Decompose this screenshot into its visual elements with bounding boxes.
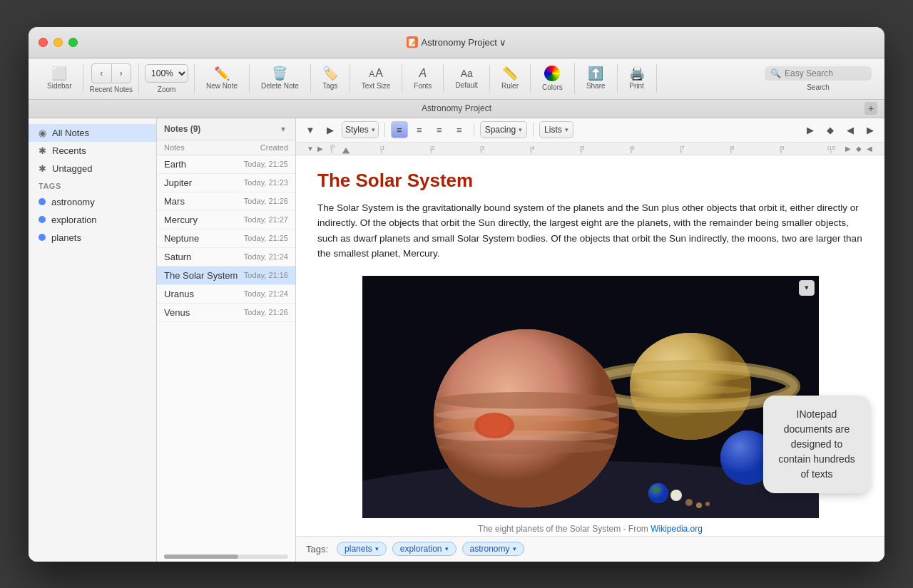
svg-point-41 — [435, 392, 618, 409]
new-note-icon: ✏️ — [214, 67, 230, 80]
sidebar-icon: ⬜ — [51, 67, 67, 80]
titlebar: 📝 Astronomy Project ∨ — [29, 27, 884, 58]
note-item-name: Earth — [164, 159, 244, 170]
notes-scrollbar — [164, 555, 288, 559]
main-area: ◉ All Notes ✱ Recents ✱ Untagged Tags as… — [29, 118, 884, 562]
align-justify-btn[interactable]: ≡ — [451, 121, 468, 138]
print-icon: 🖨️ — [629, 67, 645, 80]
sidebar-item-recents[interactable]: ✱ Recents — [29, 142, 156, 160]
print-button[interactable]: 🖨️ Print — [623, 64, 651, 93]
planets-image — [362, 276, 819, 518]
note-item-name: Jupiter — [164, 177, 244, 188]
colors-button[interactable]: Colors — [536, 63, 568, 94]
note-item[interactable]: The Solar System Today, 21:16 — [157, 267, 295, 285]
share-icon: ⬆️ — [588, 67, 603, 80]
tag-chip-astronomy[interactable]: astronomy ▾ — [462, 542, 524, 556]
note-item-name: Venus — [164, 307, 244, 318]
wikipedia-link[interactable]: Wikipedia.org — [651, 524, 703, 534]
tags-icon: 🏷️ — [322, 67, 338, 80]
align-right-btn[interactable]: ≡ — [431, 121, 448, 138]
note-item[interactable]: Jupiter Today, 21:23 — [157, 174, 295, 192]
tag-chip-exploration-arrow: ▾ — [445, 545, 449, 552]
toolbar-sidebar-group: ⬜ Sidebar — [36, 64, 83, 93]
note-item[interactable]: Venus Today, 21:26 — [157, 304, 295, 322]
styles-select[interactable]: Styles ▾ — [342, 121, 379, 138]
tag-chip-planets[interactable]: planets ▾ — [337, 542, 387, 556]
align-left-btn[interactable]: ≡ — [391, 121, 408, 138]
lists-select[interactable]: Lists ▾ — [539, 121, 573, 138]
note-item[interactable]: Mercury Today, 21:27 — [157, 211, 295, 229]
svg-text:|9: |9 — [780, 145, 785, 151]
editor-body[interactable]: The Solar System is the gravitationally … — [317, 200, 863, 262]
diamond-btn[interactable]: ◆ — [822, 121, 839, 138]
svg-text:|1: |1 — [380, 145, 385, 151]
toolbar-fonts-group: A Fonts — [402, 64, 444, 93]
toolbar-newnote-group: ✏️ New Note — [195, 64, 250, 93]
sidebar-item-untagged[interactable]: ✱ Untagged — [29, 160, 156, 177]
sidebar-item-all-notes[interactable]: ◉ All Notes — [29, 124, 156, 142]
close-button[interactable] — [39, 38, 48, 47]
planets-dot — [39, 234, 46, 241]
svg-point-52 — [648, 483, 668, 503]
spacing-select[interactable]: Spacing ▾ — [480, 121, 527, 138]
default-button[interactable]: Aa Default — [449, 65, 484, 92]
sidebar-item-exploration[interactable]: exploration — [29, 211, 156, 229]
new-note-button[interactable]: ✏️ New Note — [200, 64, 243, 93]
fmt-play-btn[interactable]: ▶ — [322, 121, 339, 138]
ruler-icon: 📏 — [502, 67, 518, 80]
editor-title: The Solar System — [317, 170, 863, 192]
format-toolbar: ▼ ▶ Styles ▾ ≡ ≡ ≡ ≡ Spacing ▾ — [296, 118, 884, 143]
notes-sort-icon[interactable]: ▾ — [281, 124, 285, 134]
note-item-name: Mars — [164, 196, 244, 207]
toolbar-deletenote-group: 🗑️ Delete Note — [250, 64, 311, 93]
notes-scrollbar-thumb[interactable] — [164, 555, 238, 559]
toolbar-tags-group: 🏷️ Tags — [311, 64, 350, 93]
col-notes-header: Notes — [164, 143, 260, 152]
maximize-button[interactable] — [68, 38, 78, 47]
tags-button[interactable]: 🏷️ Tags — [317, 64, 344, 93]
notes-list-items: Earth Today, 21:25 Jupiter Today, 21:23 … — [157, 155, 295, 552]
main-window: 📝 Astronomy Project ∨ ⬜ Sidebar ‹ › Rece… — [29, 27, 884, 562]
play-btn[interactable]: ▶ — [802, 121, 819, 138]
delete-note-button[interactable]: 🗑️ Delete Note — [255, 64, 305, 93]
sidebar-item-astronomy[interactable]: astronomy — [29, 193, 156, 211]
format-divider-1 — [384, 123, 385, 137]
sidebar-button[interactable]: ⬜ Sidebar — [41, 64, 77, 93]
note-item[interactable]: Saturn Today, 21:24 — [157, 248, 295, 267]
text-size-button[interactable]: A A Text Size — [356, 64, 397, 93]
fonts-button[interactable]: A Fonts — [408, 64, 437, 93]
ruler-button[interactable]: 📏 Ruler — [496, 64, 524, 93]
colors-icon — [544, 66, 560, 81]
nav-back-button[interactable]: ‹ — [91, 63, 111, 83]
svg-point-55 — [685, 499, 693, 506]
spacing-arrow: ▾ — [519, 126, 522, 133]
sidebar-item-planets[interactable]: planets — [29, 229, 156, 247]
tag-chip-exploration[interactable]: exploration ▾ — [392, 542, 456, 556]
left-btn[interactable]: ◀ — [842, 121, 859, 138]
filter-btn[interactable]: ▼ — [302, 121, 319, 138]
all-notes-icon: ◉ — [39, 128, 46, 138]
note-item-name: The Solar System — [164, 270, 244, 281]
note-item-time: Today, 21:26 — [244, 308, 288, 316]
note-item[interactable]: Uranus Today, 21:24 — [157, 285, 295, 304]
minimize-button[interactable] — [53, 38, 63, 47]
svg-text:▶: ▶ — [317, 145, 323, 153]
share-button[interactable]: ⬆️ Share — [581, 64, 611, 93]
toolbar-colors-group: Colors — [531, 63, 575, 94]
align-center-btn[interactable]: ≡ — [411, 121, 428, 138]
note-item[interactable]: Neptune Today, 21:25 — [157, 229, 295, 248]
nav-forward-button[interactable]: › — [111, 63, 131, 83]
tags-bar-label: Tags: — [306, 544, 328, 555]
note-item[interactable]: Earth Today, 21:25 — [157, 155, 295, 174]
svg-point-53 — [652, 486, 660, 493]
editor-content[interactable]: The Solar System The Solar System is the… — [296, 155, 884, 536]
ruler: ▼ ▶ |0 |1 |2 |3 |4 |5 |6 — [296, 143, 884, 155]
right-btn[interactable]: ▶ — [862, 121, 879, 138]
note-item[interactable]: Mars Today, 21:26 — [157, 192, 295, 211]
image-dropdown-button[interactable]: ▾ — [799, 280, 815, 296]
zoom-select[interactable]: 100% 75% 150% — [145, 64, 188, 83]
tab-add-button[interactable]: + — [864, 102, 877, 115]
toolbar-ruler-group: 📏 Ruler — [490, 64, 531, 93]
search-input[interactable] — [785, 68, 866, 78]
format-divider-3 — [533, 123, 534, 137]
